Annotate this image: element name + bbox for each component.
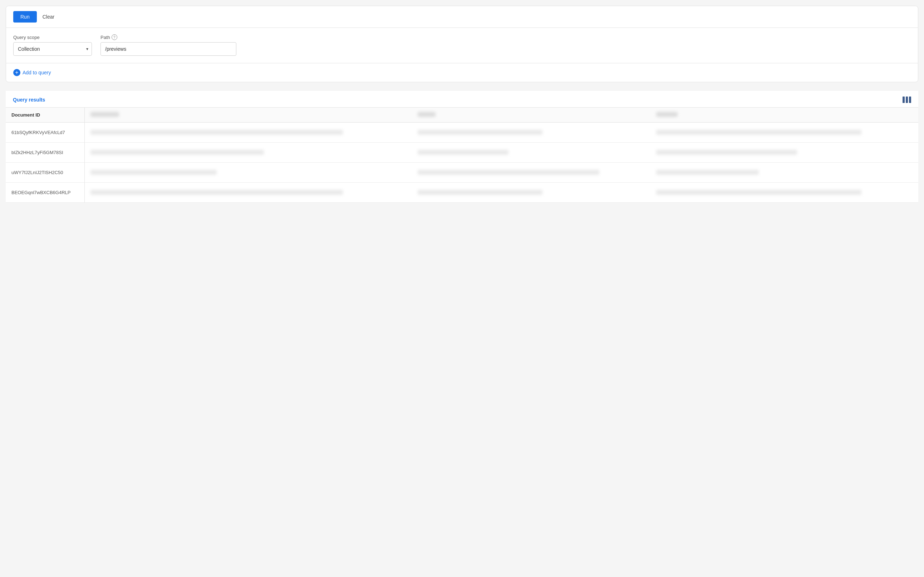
data-cell-2 — [412, 183, 650, 203]
blurred-header-2 — [418, 112, 435, 117]
blurred-header-1 — [90, 112, 119, 117]
blurred-data — [418, 190, 542, 195]
column-bar-2 — [906, 97, 908, 103]
data-cell-2 — [412, 163, 650, 183]
column-bar-1 — [903, 97, 905, 103]
blurred-data — [418, 170, 599, 175]
table-row[interactable]: uWY7fJ2LnIJ2TlSH2C50 — [6, 163, 918, 183]
table-row[interactable]: bIZk2HHzL7yFi5GM78SI — [6, 143, 918, 163]
blurred-data — [656, 170, 759, 175]
doc-id-cell: uWY7fJ2LnIJ2TlSH2C50 — [6, 163, 84, 183]
column-bar-3 — [909, 97, 911, 103]
blurred-data — [656, 130, 861, 135]
run-button[interactable]: Run — [13, 11, 37, 23]
table-header-row: Document ID — [6, 108, 918, 122]
plus-icon: + — [13, 69, 20, 76]
data-cell-3 — [650, 143, 918, 163]
add-to-query-button[interactable]: + Add to query — [13, 69, 51, 76]
results-table: Document ID 61bSQyfKRKVyVEAfcLd7bIZk2HHz… — [6, 107, 918, 203]
blurred-data — [418, 150, 508, 155]
data-cell-3 — [650, 183, 918, 203]
doc-id-header: Document ID — [6, 108, 84, 122]
help-icon[interactable]: ? — [111, 34, 117, 40]
clear-button[interactable]: Clear — [41, 11, 56, 23]
table-row[interactable]: 61bSQyfKRKVyVEAfcLd7 — [6, 122, 918, 143]
blurred-data — [90, 170, 217, 175]
col-header-4 — [650, 108, 918, 122]
data-cell-1 — [84, 122, 412, 143]
columns-toggle-button[interactable] — [903, 97, 911, 103]
path-input[interactable] — [100, 42, 236, 56]
blurred-data — [418, 130, 542, 135]
col-header-2 — [84, 108, 412, 122]
data-cell-3 — [650, 163, 918, 183]
data-cell-1 — [84, 163, 412, 183]
blurred-data — [656, 190, 861, 195]
data-cell-1 — [84, 183, 412, 203]
data-cell-2 — [412, 143, 650, 163]
path-label: Path ? — [100, 34, 236, 40]
blurred-data — [90, 130, 343, 135]
query-results-section: Query results Document ID — [6, 91, 918, 203]
scope-select-wrapper: Collection Collection group ▾ — [13, 42, 92, 56]
scope-label: Query scope — [13, 35, 92, 40]
query-scope-section: Query scope Collection Collection group … — [6, 28, 918, 63]
scope-field-group: Query scope Collection Collection group … — [13, 35, 92, 56]
blurred-data — [90, 190, 343, 195]
doc-id-cell: 61bSQyfKRKVyVEAfcLd7 — [6, 122, 84, 143]
data-cell-1 — [84, 143, 412, 163]
doc-id-cell: BEOEGqnl7wBXCB6G4RLP — [6, 183, 84, 203]
toolbar: Run Clear — [6, 6, 918, 28]
doc-id-cell: bIZk2HHzL7yFi5GM78SI — [6, 143, 84, 163]
table-row[interactable]: BEOEGqnl7wBXCB6G4RLP — [6, 183, 918, 203]
path-field-group: Path ? — [100, 34, 236, 56]
data-cell-3 — [650, 122, 918, 143]
blurred-data — [90, 150, 264, 155]
col-header-3 — [412, 108, 650, 122]
results-header: Query results — [6, 91, 918, 107]
blurred-header-3 — [656, 112, 677, 117]
scope-select[interactable]: Collection Collection group — [13, 42, 92, 56]
blurred-data — [656, 150, 797, 155]
results-title: Query results — [13, 97, 45, 103]
add-to-query-section: + Add to query — [6, 63, 918, 82]
data-cell-2 — [412, 122, 650, 143]
query-builder-card: Run Clear Query scope Collection Collect… — [6, 6, 918, 82]
